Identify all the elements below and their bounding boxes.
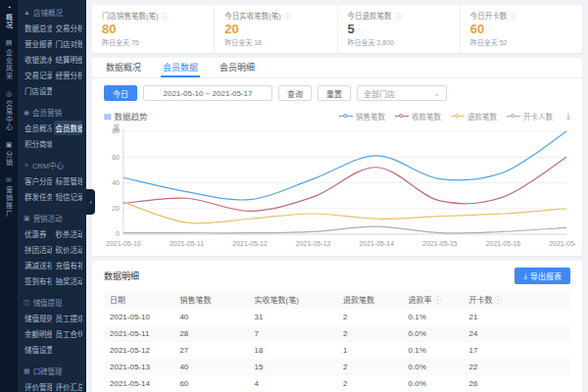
sidebar-item[interactable]: 员工提成 (54, 311, 83, 325)
svg-text:2021-05-14: 2021-05-14 (359, 240, 394, 247)
sidebar-item[interactable]: 结算明细 (54, 52, 83, 67)
sidebar-item[interactable]: 秒杀活动 (54, 226, 83, 241)
info-icon[interactable]: ⓘ (162, 11, 169, 21)
tab-3[interactable]: 会员明细 (218, 58, 257, 77)
sidebar-item[interactable]: 评价管理 (23, 379, 52, 392)
info-icon[interactable]: ⓘ (395, 11, 402, 21)
chevron-down-icon: ⌄ (433, 89, 440, 98)
sidebar-item[interactable]: 储值规则 (23, 311, 52, 325)
reset-button[interactable]: 重置 (318, 85, 351, 101)
sidebar-item[interactable]: 群发任务 (23, 189, 52, 204)
group-icon: ◫ (24, 299, 30, 307)
column-header: 日期 (104, 290, 173, 309)
sidebar-item[interactable]: 短信记录 (54, 189, 83, 204)
table-cell: 0.1% (403, 342, 464, 359)
table-cell: 4 (249, 375, 337, 392)
sidebar-item[interactable]: 交易分析 (54, 21, 83, 35)
download-icon[interactable]: ⤓ (566, 111, 570, 122)
info-icon[interactable]: ⓘ (510, 11, 516, 21)
table-cell: 18 (249, 342, 337, 359)
rail-item-4[interactable]: ▣分销 (5, 141, 14, 167)
line-chart: 020406080笔2021-05-102021-05-112021-05-12… (92, 122, 582, 256)
legend-marker (395, 113, 409, 120)
group-icon: ◉ (24, 109, 29, 117)
sidebar-item[interactable]: 门店设置 (23, 83, 52, 98)
svg-text:2021-05-13: 2021-05-13 (296, 240, 331, 247)
sidebar-item[interactable]: 员工合伙 (54, 326, 83, 341)
sidebar-item[interactable]: 拼团活动 (23, 242, 52, 257)
sidebar-item[interactable]: 充值有礼 (54, 258, 83, 272)
tab-1[interactable]: 数据概况 (104, 58, 143, 77)
sidebar-item[interactable]: 经营分析 (54, 68, 83, 82)
sidebar-item[interactable]: 营业报表 (23, 36, 52, 51)
legend-item[interactable]: 开卡人数 (507, 111, 553, 122)
sidebar-group-title: ▣营销活动 (23, 211, 82, 226)
group-items: 数据总览交易分析营业报表门店对账收银流水结算明细交易记录经营分析门店设置 (23, 21, 82, 98)
legend-label: 开卡人数 (523, 111, 553, 122)
sidebar-item[interactable]: 储值设置 (23, 342, 52, 357)
table-cell: 28 (173, 325, 248, 342)
sidebar-group-1: ▲店铺概况数据总览交易分析营业报表门店对账收银流水结算明细交易记录经营分析门店设… (23, 5, 82, 98)
svg-text:20: 20 (112, 205, 120, 212)
store-select[interactable]: 全部门店 ⌄ (357, 85, 447, 101)
sidebar-item[interactable]: 满减送礼 (23, 258, 52, 272)
export-button[interactable]: ⤓ 导出报表 (514, 268, 570, 284)
sidebar-collapse-handle[interactable]: ‹ (86, 189, 95, 215)
group-title-text: 营销活动 (33, 213, 63, 223)
data-table: 日期销售笔数实收笔数(笔)退款笔数退款率ⓘ开卡数ⓘ 2021-05-104031… (104, 290, 570, 392)
table-cell: 17 (463, 342, 570, 359)
sidebar-item[interactable]: 签到有礼 (23, 273, 52, 288)
info-icon[interactable]: ⓘ (434, 296, 442, 305)
table-row: 2021-05-1128720.0%24 (104, 325, 570, 342)
legend-item[interactable]: 销售笔数 (339, 111, 385, 122)
column-header: 销售笔数 (173, 290, 248, 309)
rail-item-1[interactable]: ◔概况 (5, 4, 14, 29)
sidebar-item[interactable]: 会员数据 (54, 121, 83, 135)
rail-item-icon: ▣ (6, 141, 13, 149)
table-cell: 15 (249, 359, 337, 375)
info-icon[interactable]: ⓘ (284, 11, 291, 21)
table-cell: 26 (463, 375, 570, 392)
sidebar-item[interactable]: 客户分层 (23, 173, 52, 188)
sidebar-item[interactable]: 收银流水 (23, 52, 52, 67)
stat-value: 5 (348, 22, 450, 36)
date-range-input[interactable]: 2021-05-10 ~ 2021-05-17 (143, 85, 272, 101)
table-cell: 0.0% (403, 325, 464, 342)
table-title: 数据明细 (104, 270, 139, 282)
tab-2[interactable]: 会员数据 (161, 58, 200, 77)
sidebar-item[interactable]: 数据总览 (23, 21, 52, 35)
sidebar-item[interactable]: 抽奖活动 (54, 273, 83, 288)
tab-bar: 数据概况会员数据会员明细 (92, 58, 582, 78)
table-cell: 2021-05-10 (104, 309, 173, 325)
sidebar-item[interactable]: 会员概况 (23, 121, 52, 135)
rail-item-5[interactable]: ✉营销推广 (5, 176, 14, 218)
sidebar-item[interactable]: 积分商城 (23, 136, 52, 151)
sidebar-item[interactable]: 门店对账 (54, 36, 83, 51)
sidebar-item[interactable]: 余额明细 (23, 326, 52, 341)
table-cell: 27 (173, 342, 248, 359)
chart-icon: ▤ (104, 112, 112, 121)
quick-range-button[interactable]: 今日 (104, 85, 137, 101)
table-row: 2021-05-12271810.1%17 (104, 342, 570, 359)
table-cell: 7 (249, 325, 337, 342)
svg-text:2021-05-10: 2021-05-10 (106, 240, 141, 247)
sidebar-item[interactable]: 优惠券 (23, 226, 52, 241)
sidebar-item[interactable]: 交易记录 (23, 68, 52, 82)
rail-item-3[interactable]: ◎交易中心 (5, 90, 14, 131)
sidebar-item[interactable]: 标签管理 (54, 173, 83, 188)
sidebar-item[interactable]: 砍价活动 (54, 242, 83, 257)
legend-item[interactable]: 退款笔数 (451, 111, 497, 122)
svg-text:2021-05-11: 2021-05-11 (170, 240, 204, 247)
main-content: 门店销售笔数(笔)ⓘ80昨日全天 75今日实收笔数(笔)ⓘ20昨日全天 18今日… (86, 0, 588, 392)
query-button[interactable]: 查询 (278, 85, 312, 101)
sidebar-item[interactable]: 评价汇总 (54, 379, 83, 392)
table-cell: 0.1% (403, 309, 464, 325)
group-title-text: 会员营销 (32, 107, 62, 118)
stat-card-3: 今日退款笔数ⓘ5昨日全天 2,800 (338, 5, 461, 53)
svg-text:40: 40 (112, 179, 120, 186)
rail-item-2[interactable]: ▤企业风采 (5, 39, 14, 80)
info-icon[interactable]: ⓘ (494, 296, 502, 305)
stat-subtext: 昨日全天 52 (470, 37, 572, 47)
legend-item[interactable]: 收款笔数 (395, 111, 441, 122)
legend-dot (343, 114, 347, 118)
